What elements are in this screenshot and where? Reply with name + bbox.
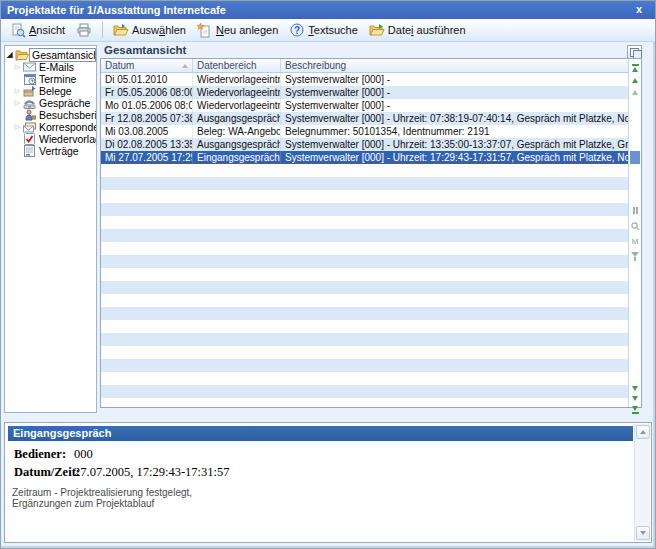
sidebar-item-label: Besuchsberichte (37, 109, 96, 121)
previous-page-icon[interactable] (629, 90, 641, 95)
table-cell: Ausgangsgespräch (193, 112, 281, 125)
table-cell: Wiedervorlageeintrag (193, 86, 281, 99)
grid-title: Gesamtansicht (104, 44, 186, 56)
note-line: Zeitraum - Projektrealisierung festgeleg… (12, 487, 192, 498)
detail-fields: Bediener: 000 Datum/Zeit: 27.07.2005, 17… (14, 447, 230, 483)
sidebar-item-label: Gesamtansicht (29, 48, 96, 62)
column-header-datum[interactable]: Datum (101, 59, 193, 72)
table-cell: Mi 03.08.2005 (101, 125, 193, 138)
select-folder-icon (113, 23, 129, 38)
sort-asc-icon (182, 64, 188, 68)
table-row[interactable]: Mi 27.07.2005 17:29EingangsgesprächSyste… (101, 151, 629, 164)
folder-open-icon (14, 49, 29, 61)
email-icon (22, 62, 37, 72)
toolbar-button-label: Auswählen (132, 24, 186, 36)
expander-collapsed-icon[interactable]: ▷ (13, 61, 22, 73)
table-cell: Systemverwalter [000] - (281, 86, 629, 99)
table-row[interactable]: Mi 03.08.2005Beleg: WA-Angebot (alle Bel… (101, 125, 629, 138)
column-header-beschreibung[interactable]: Beschreibung (281, 59, 629, 72)
sidebar-item-label: Korrespondenzen (37, 121, 96, 133)
table-cell: Systemverwalter [000] - (281, 73, 629, 86)
window-titlebar: Projektakte für 1/Ausstattung Internetca… (1, 1, 655, 19)
view-icon (10, 23, 26, 38)
sidebar-item-korrespondenzen[interactable]: ▷Korrespondenzen (13, 121, 96, 133)
scroll-up-icon[interactable] (636, 425, 650, 439)
field-value: 000 (74, 447, 93, 462)
field-chooser-button[interactable] (627, 45, 642, 59)
svg-text:?: ? (294, 24, 300, 35)
sidebar-item-e-mails[interactable]: ▷E-Mails (13, 61, 96, 73)
go-to-first-row-icon[interactable] (629, 64, 641, 72)
followup-icon (22, 133, 37, 145)
field-value: 27.07.2005, 17:29:43-17:31:57 (74, 465, 230, 480)
detail-field-datum-zeit: Datum/Zeit: 27.07.2005, 17:29:43-17:31:5… (14, 465, 230, 480)
table-cell: Belegnummer: 50101354, Identnummer: 2191 (281, 125, 629, 138)
sidebar-item-vertr-ge[interactable]: Verträge (13, 145, 96, 157)
sidebar-item-label: Wiedervorlagen (37, 133, 96, 145)
printer-icon (76, 23, 92, 38)
neu-anlegen-button[interactable]: Neu anlegen (192, 20, 283, 40)
table-cell: Mo 01.05.2006 08:00 (101, 99, 193, 112)
visit-report-icon (22, 109, 37, 121)
close-icon[interactable]: x (632, 2, 646, 17)
sidebar-item-gesamtansicht[interactable]: ◢Gesamtansicht (5, 49, 96, 61)
note-line: Ergänzungen zum Projektablauf (12, 498, 192, 509)
correspondence-icon (22, 122, 37, 133)
next-page-icon[interactable] (629, 396, 641, 401)
table-cell: Di 02.08.2005 13:35 (101, 138, 193, 151)
sidebar-item-termine[interactable]: Termine (13, 73, 96, 85)
table-row[interactable]: Mo 01.05.2006 08:00WiedervorlageeintragS… (101, 99, 629, 112)
table-row[interactable]: Fr 12.08.2005 07:38AusgangsgesprächSyste… (101, 112, 629, 125)
table-cell: Mi 27.07.2005 17:29 (101, 151, 193, 164)
expander-collapsed-icon[interactable]: ▷ (13, 97, 22, 109)
auto-column-width-icon[interactable] (629, 207, 641, 214)
toolbar-button-label: Neu anlegen (216, 24, 278, 36)
next-row-icon[interactable] (629, 386, 641, 391)
detail-field-bediener: Bediener: 000 (14, 447, 230, 462)
sidebar-item-label: Verträge (37, 145, 81, 157)
table-cell: Eingangsgespräch (193, 151, 281, 164)
sidebar-item-label: Belege (37, 85, 74, 97)
sidebar-item-wiedervorlagen[interactable]: Wiedervorlagen (13, 133, 96, 145)
print-button[interactable] (71, 20, 97, 40)
app-window: Projektakte für 1/Ausstattung Internetca… (0, 0, 656, 549)
window-title: Projektakte für 1/Ausstattung Internetca… (7, 4, 226, 16)
scroll-down-icon[interactable] (636, 526, 650, 540)
table-cell: Systemverwalter [000] - Uhrzeit: 13:35:0… (281, 138, 629, 151)
sidebar-item-besuchsberichte[interactable]: Besuchsberichte (13, 109, 96, 121)
phone-icon (22, 98, 37, 109)
grid-nav-rail: M (628, 59, 641, 407)
calendar-icon (22, 73, 37, 85)
toolbar-separator (102, 22, 103, 38)
sidebar-item-belege[interactable]: ▷Belege (13, 85, 96, 97)
run-file-icon (369, 23, 385, 38)
sidebar-item-gespr-che[interactable]: ▷Gespräche (13, 97, 96, 109)
table-row[interactable]: Di 02.08.2005 13:35AusgangsgesprächSyste… (101, 138, 629, 151)
textsuche-button[interactable]: ?Textsuche (284, 20, 363, 40)
table-cell: Wiedervorlageeintrag (193, 99, 281, 112)
expander-collapsed-icon[interactable]: ▷ (13, 85, 22, 97)
filter-icon[interactable] (629, 252, 641, 261)
column-header-datenbereich[interactable]: Datenbereich (193, 59, 281, 72)
table-cell: Ausgangsgespräch (193, 138, 281, 151)
mark-icon[interactable]: M (629, 238, 641, 246)
toolbar: AnsichtAuswählenNeu anlegen?TextsucheDat… (1, 19, 655, 42)
auswaehlen-button[interactable]: Auswählen (108, 20, 191, 40)
detail-notes: Zeitraum - Projektrealisierung festgeleg… (12, 487, 192, 509)
detail-scrollbar[interactable] (634, 424, 650, 541)
sidebar-tree: ◢Gesamtansicht▷E-MailsTermine▷Belege▷Ges… (4, 45, 97, 413)
sidebar-item-label: Termine (37, 73, 78, 85)
previous-row-icon[interactable] (629, 78, 641, 83)
expander-expanded-icon[interactable]: ◢ (5, 49, 14, 61)
table-row[interactable]: Fr 05.05.2006 08:00WiedervorlageeintragS… (101, 86, 629, 99)
datei-ausfuehren-button[interactable]: Datei ausführen (364, 20, 471, 40)
table-cell: Di 05.01.2010 (101, 73, 193, 86)
table-row[interactable]: Di 05.01.2010WiedervorlageeintragSystemv… (101, 73, 629, 86)
toolbar-button-label: Textsuche (308, 24, 358, 36)
new-item-icon (197, 23, 213, 38)
selected-row-marker (630, 151, 640, 164)
search-icon[interactable] (629, 222, 641, 231)
expander-collapsed-icon[interactable]: ▷ (13, 121, 22, 133)
ansicht-button[interactable]: Ansicht (5, 20, 70, 40)
go-to-last-row-icon[interactable] (629, 406, 641, 414)
